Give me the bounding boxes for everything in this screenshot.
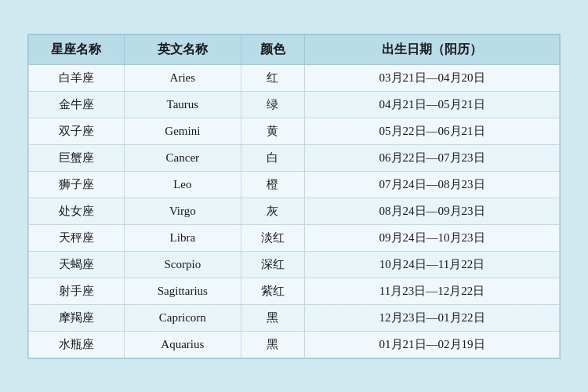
zodiac-table-container: 星座名称 英文名称 颜色 出生日期（阳历） 白羊座Aries红03月21日—04… xyxy=(27,34,561,359)
cell-color: 紫红 xyxy=(241,278,304,304)
header-color: 颜色 xyxy=(241,34,304,64)
cell-date: 07月24日—08月23日 xyxy=(305,171,560,198)
cell-date: 12月23日—01月22日 xyxy=(305,304,560,331)
table-row: 天蝎座Scorpio深红10月24日—11月22日 xyxy=(29,251,560,278)
table-row: 金牛座Taurus绿04月21日—05月21日 xyxy=(29,91,560,118)
cell-date: 11月23日—12月22日 xyxy=(305,278,560,304)
cell-date: 01月21日—02月19日 xyxy=(305,331,560,358)
cell-english: Gemini xyxy=(124,118,241,144)
cell-english: Aquarius xyxy=(124,331,241,358)
table-row: 天秤座Libra淡红09月24日—10月23日 xyxy=(29,224,560,251)
cell-chinese: 射手座 xyxy=(29,278,125,304)
table-header-row: 星座名称 英文名称 颜色 出生日期（阳历） xyxy=(29,34,560,64)
cell-color: 深红 xyxy=(241,251,304,278)
cell-date: 03月21日—04月20日 xyxy=(305,64,560,91)
cell-date: 10月24日—11月22日 xyxy=(305,251,560,278)
cell-color: 淡红 xyxy=(241,224,304,251)
cell-english: Taurus xyxy=(124,91,241,118)
cell-color: 红 xyxy=(241,64,304,91)
cell-english: Scorpio xyxy=(124,251,241,278)
zodiac-table: 星座名称 英文名称 颜色 出生日期（阳历） 白羊座Aries红03月21日—04… xyxy=(28,34,560,358)
cell-chinese: 双子座 xyxy=(29,118,125,144)
cell-chinese: 天蝎座 xyxy=(29,251,125,278)
table-row: 双子座Gemini黄05月22日—06月21日 xyxy=(29,118,560,144)
cell-chinese: 摩羯座 xyxy=(29,304,125,331)
cell-english: Aries xyxy=(124,64,241,91)
cell-date: 08月24日—09月23日 xyxy=(305,198,560,224)
cell-chinese: 水瓶座 xyxy=(29,331,125,358)
table-row: 巨蟹座Cancer白06月22日—07月23日 xyxy=(29,144,560,171)
table-row: 白羊座Aries红03月21日—04月20日 xyxy=(29,64,560,91)
cell-date: 05月22日—06月21日 xyxy=(305,118,560,144)
cell-english: Leo xyxy=(124,171,241,198)
cell-color: 橙 xyxy=(241,171,304,198)
cell-color: 绿 xyxy=(241,91,304,118)
cell-english: Virgo xyxy=(124,198,241,224)
cell-english: Libra xyxy=(124,224,241,251)
cell-date: 06月22日—07月23日 xyxy=(305,144,560,171)
header-english: 英文名称 xyxy=(124,34,241,64)
table-row: 摩羯座Capricorn黑12月23日—01月22日 xyxy=(29,304,560,331)
cell-chinese: 处女座 xyxy=(29,198,125,224)
table-row: 射手座Sagittarius紫红11月23日—12月22日 xyxy=(29,278,560,304)
cell-english: Capricorn xyxy=(124,304,241,331)
cell-english: Cancer xyxy=(124,144,241,171)
cell-color: 黑 xyxy=(241,331,304,358)
cell-chinese: 金牛座 xyxy=(29,91,125,118)
table-row: 处女座Virgo灰08月24日—09月23日 xyxy=(29,198,560,224)
cell-date: 04月21日—05月21日 xyxy=(305,91,560,118)
cell-color: 黑 xyxy=(241,304,304,331)
header-chinese: 星座名称 xyxy=(29,34,125,64)
cell-date: 09月24日—10月23日 xyxy=(305,224,560,251)
table-row: 水瓶座Aquarius黑01月21日—02月19日 xyxy=(29,331,560,358)
cell-english: Sagittarius xyxy=(124,278,241,304)
header-date: 出生日期（阳历） xyxy=(305,34,560,64)
cell-chinese: 狮子座 xyxy=(29,171,125,198)
cell-chinese: 白羊座 xyxy=(29,64,125,91)
cell-color: 白 xyxy=(241,144,304,171)
cell-chinese: 巨蟹座 xyxy=(29,144,125,171)
table-row: 狮子座Leo橙07月24日—08月23日 xyxy=(29,171,560,198)
cell-color: 黄 xyxy=(241,118,304,144)
cell-chinese: 天秤座 xyxy=(29,224,125,251)
cell-color: 灰 xyxy=(241,198,304,224)
